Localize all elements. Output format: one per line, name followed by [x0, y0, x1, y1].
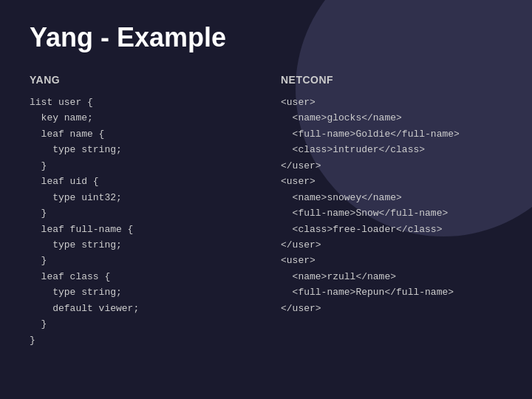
netconf-header: NETCONF — [281, 74, 502, 86]
page-title: Yang - Example — [30, 22, 502, 53]
yang-code: list user { key name; leaf name { type s… — [30, 95, 251, 348]
yang-column: YANG list user { key name; leaf name { t… — [30, 74, 251, 348]
content-columns: YANG list user { key name; leaf name { t… — [30, 74, 502, 348]
netconf-column: NETCONF <user> <name>glocks</name> <full… — [281, 74, 502, 316]
netconf-code: <user> <name>glocks</name> <full-name>Go… — [281, 95, 502, 316]
page: Yang - Example YANG list user { key name… — [0, 0, 532, 399]
yang-header: YANG — [30, 74, 251, 86]
